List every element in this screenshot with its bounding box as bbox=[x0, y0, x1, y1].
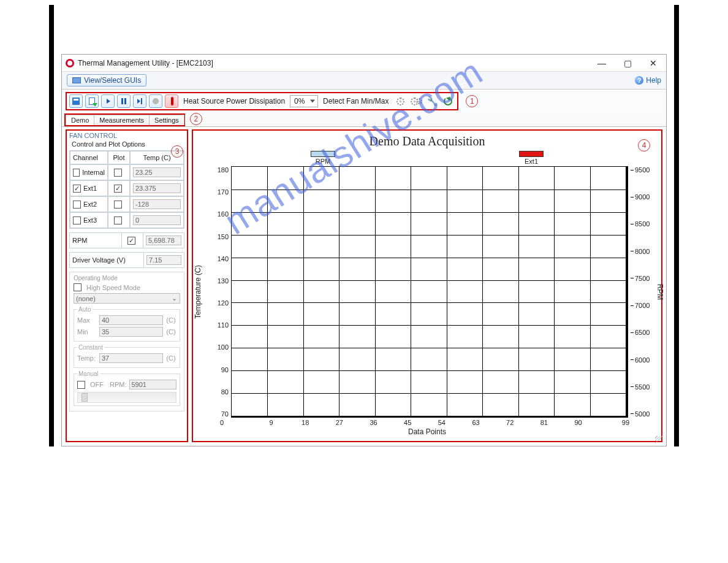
play-icon bbox=[107, 99, 110, 104]
chart-title: Demo Data Acquisition bbox=[199, 134, 655, 148]
heat-source-dropdown[interactable]: 0% bbox=[290, 95, 318, 107]
tab-demo[interactable]: Demo bbox=[66, 115, 94, 125]
auto-legend: Auto bbox=[77, 306, 93, 313]
rpm-plot-checkbox[interactable] bbox=[127, 237, 135, 245]
play-button[interactable] bbox=[101, 94, 115, 108]
gridline-v bbox=[590, 167, 591, 416]
const-temp-field[interactable] bbox=[99, 353, 163, 363]
channel-checkbox[interactable] bbox=[73, 185, 81, 193]
gridline-h bbox=[232, 370, 626, 371]
constant-group: Constant Temp: (C) bbox=[74, 344, 180, 368]
channel-table: Channel Plot Temp (C) Internal23.25Ext12… bbox=[69, 150, 184, 229]
settings-gears-button[interactable] bbox=[409, 94, 423, 108]
close-button[interactable]: ✕ bbox=[640, 55, 666, 71]
plot-checkbox[interactable] bbox=[114, 185, 122, 193]
const-temp-label: Temp: bbox=[77, 354, 97, 362]
channel-name: Internal bbox=[82, 169, 105, 176]
minimize-button[interactable]: — bbox=[589, 55, 615, 71]
rpm-label: RPM bbox=[70, 233, 121, 248]
y-right-tick: 7500 bbox=[631, 275, 650, 282]
manual-off-label: OFF bbox=[90, 381, 104, 388]
channel-checkbox[interactable] bbox=[73, 216, 81, 224]
manual-rpm-field[interactable] bbox=[129, 380, 177, 389]
y-left-tick: 170 bbox=[218, 188, 229, 196]
record-button[interactable] bbox=[149, 94, 162, 108]
page-border-right bbox=[674, 5, 679, 446]
gridline-v bbox=[303, 167, 304, 416]
resize-grip[interactable] bbox=[655, 436, 664, 445]
skip-last-button[interactable] bbox=[133, 94, 146, 108]
x-axis-label: Data Points bbox=[199, 427, 655, 436]
auto-max-unit: (C) bbox=[165, 316, 176, 324]
temp-value: 23.25 bbox=[133, 167, 181, 177]
callout-2: 2 bbox=[190, 113, 202, 125]
pause-button[interactable] bbox=[117, 94, 131, 108]
view-select-guis-button[interactable]: View/Select GUIs bbox=[67, 74, 146, 86]
plot-checkbox[interactable] bbox=[114, 169, 122, 177]
reload-button[interactable] bbox=[441, 94, 455, 108]
rpm-row: RPM bbox=[69, 232, 184, 248]
arrow-down-icon bbox=[93, 103, 97, 107]
plot-area bbox=[231, 166, 628, 418]
channel-checkbox[interactable] bbox=[73, 201, 81, 209]
toolbar: Heat Source Power Dissipation 0% Detect … bbox=[62, 90, 666, 113]
x-tick: 63 bbox=[459, 419, 493, 426]
gridline-v bbox=[339, 167, 339, 416]
detect-fan-label: Detect Fan Min/Max bbox=[320, 97, 391, 105]
tab-measurements[interactable]: Measurements bbox=[94, 115, 150, 125]
view-select-guis-label: View/Select GUIs bbox=[84, 76, 141, 85]
table-row: Internal23.25 bbox=[70, 164, 184, 180]
plot-checkbox[interactable] bbox=[114, 216, 122, 224]
gridline-v bbox=[554, 167, 555, 416]
tools-button[interactable]: 🔧 bbox=[425, 94, 439, 108]
export-button[interactable] bbox=[85, 94, 99, 108]
gridline-h bbox=[232, 190, 626, 190]
gridline-h bbox=[232, 393, 626, 394]
titlebar: Thermal Management Utility - [EMC2103] —… bbox=[62, 55, 666, 72]
channel-checkbox[interactable] bbox=[73, 169, 80, 177]
y-right-tick: 9000 bbox=[631, 193, 650, 201]
fan-control-group-label: FAN CONTROL bbox=[69, 132, 184, 139]
driver-voltage-label: Driver Voltage (V) bbox=[70, 253, 143, 267]
plot-checkbox[interactable] bbox=[114, 201, 122, 209]
y-right-tick: 7000 bbox=[631, 302, 650, 309]
high-speed-checkbox[interactable] bbox=[74, 283, 82, 291]
temp-value: 23.375 bbox=[133, 183, 181, 193]
y-left-tick: 130 bbox=[218, 277, 229, 285]
manual-off-checkbox[interactable] bbox=[77, 381, 85, 389]
gridline-v bbox=[447, 167, 447, 416]
gridline-v bbox=[482, 167, 483, 416]
tab-settings[interactable]: Settings bbox=[149, 115, 184, 125]
help-label: Help bbox=[646, 76, 661, 85]
tabs-row: Demo Measurements Settings 2 bbox=[62, 113, 666, 127]
wrench-icon: 🔧 bbox=[427, 96, 438, 106]
auto-min-field[interactable] bbox=[99, 327, 163, 337]
y-right-tick: 6500 bbox=[631, 329, 650, 336]
y-left-tick: 80 bbox=[221, 388, 229, 396]
x-tick: 18 bbox=[288, 419, 322, 426]
maximize-button[interactable]: ▢ bbox=[615, 55, 640, 71]
record-icon bbox=[153, 98, 159, 104]
heat-source-value: 0% bbox=[294, 97, 305, 105]
rpm-value-field[interactable] bbox=[146, 236, 181, 245]
auto-max-field[interactable] bbox=[99, 315, 163, 325]
mode-dropdown[interactable]: (none)⌄ bbox=[74, 293, 180, 304]
detect-fan-button[interactable] bbox=[393, 94, 407, 108]
gridline-h bbox=[232, 325, 626, 326]
y-left-tick: 70 bbox=[221, 410, 229, 418]
manual-rpm-slider[interactable] bbox=[77, 392, 176, 403]
y-left-tick: 150 bbox=[218, 233, 229, 240]
driver-voltage-field[interactable] bbox=[146, 255, 181, 265]
gridline-h bbox=[232, 302, 626, 303]
x-tick: 45 bbox=[390, 419, 425, 426]
channel-name: Ext2 bbox=[83, 201, 97, 208]
heat-source-button[interactable] bbox=[165, 94, 178, 108]
y-right-tick: 8500 bbox=[631, 220, 650, 228]
temp-value: -128 bbox=[133, 199, 181, 209]
save-button[interactable] bbox=[69, 94, 83, 108]
chart-body: Temperature (C) 180170160150140130120110… bbox=[199, 166, 655, 418]
help-button[interactable]: ? Help bbox=[635, 76, 661, 85]
y-left-tick: 120 bbox=[218, 299, 229, 307]
x-tick: 72 bbox=[493, 419, 527, 426]
legend-rpm: RPM bbox=[311, 151, 335, 165]
